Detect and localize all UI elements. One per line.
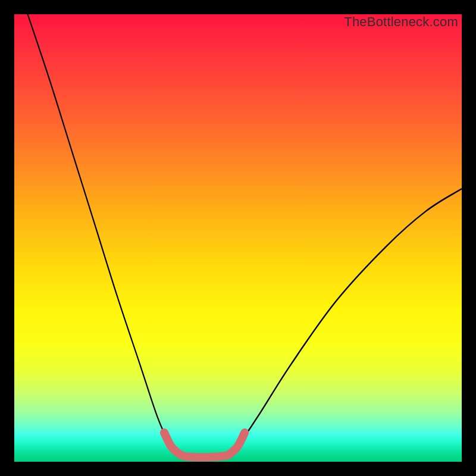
- curve-optimal-band: [164, 433, 245, 457]
- curve-right: [227, 189, 462, 455]
- plot-area: TheBottleneck.com: [14, 14, 462, 462]
- chart-curves: [14, 14, 462, 462]
- curve-left: [28, 14, 182, 455]
